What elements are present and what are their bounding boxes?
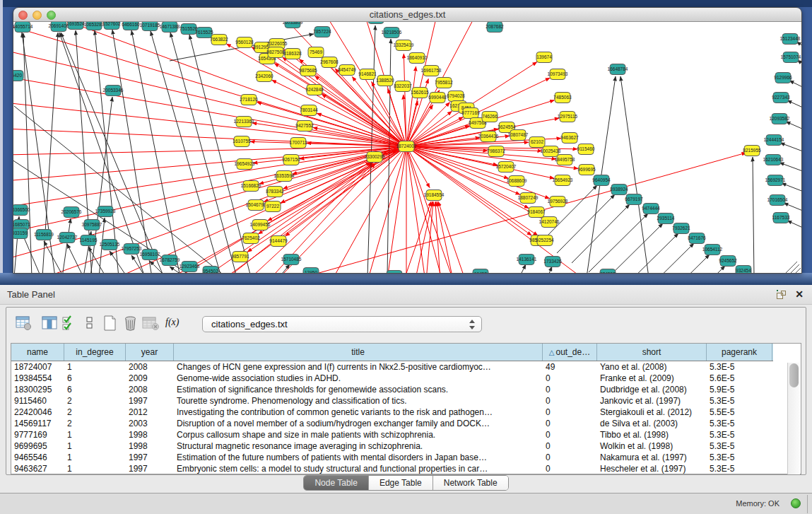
graph-node[interactable]: 7932621 xyxy=(672,223,690,234)
table-row[interactable]: 911546021997Tourette syndrome. Phenomeno… xyxy=(11,395,773,407)
graph-node[interactable]: 932454 xyxy=(736,266,751,274)
graph-node[interactable]: 6794028 xyxy=(447,91,465,102)
graph-node[interactable]: 18724007 xyxy=(396,141,417,152)
new-document-icon[interactable] xyxy=(102,315,118,331)
graph-node[interactable]: 15046798 xyxy=(246,200,266,211)
graph-node[interactable]: 14055714 xyxy=(13,22,33,33)
graph-node[interactable]: 19184554 xyxy=(424,190,445,201)
graph-node[interactable]: 17957253 xyxy=(122,244,142,255)
graph-node[interactable]: 2935114 xyxy=(657,214,675,224)
graph-node[interactable]: 15720407 xyxy=(496,162,517,173)
table-selector-dropdown[interactable]: citations_edges.txt xyxy=(202,316,482,332)
graph-node[interactable]: 16210643 xyxy=(763,155,784,165)
graph-node[interactable]: 7625402 xyxy=(242,233,260,244)
float-panel-icon[interactable] xyxy=(777,290,787,299)
close-traffic-light[interactable] xyxy=(18,11,28,20)
graph-node[interactable]: 25366500 xyxy=(13,205,30,216)
graph-node[interactable]: 1562615 xyxy=(411,88,429,98)
graph-node[interactable]: 9252254 xyxy=(536,235,554,246)
graph-node[interactable]: 16452 xyxy=(473,269,488,274)
graph-node[interactable]: 9242848 xyxy=(305,85,324,95)
graph-node[interactable]: 9827508 xyxy=(266,47,285,58)
graph-node[interactable]: 12923468 xyxy=(180,262,200,272)
graph-node[interactable]: 8783342 xyxy=(266,187,284,197)
graph-node[interactable]: 2087682 xyxy=(486,22,504,33)
table-row[interactable]: 1938455462009Genome-wide association stu… xyxy=(11,373,773,384)
graph-node[interactable]: 8938924 xyxy=(610,185,628,195)
graph-node[interactable]: 62102 xyxy=(529,137,545,148)
graph-node[interactable]: 15710485 xyxy=(281,255,302,265)
graph-node[interactable]: 12213363 xyxy=(234,117,254,127)
graph-node[interactable]: 9227343 xyxy=(772,93,790,103)
graph-node[interactable]: 15123448 xyxy=(780,34,801,45)
graph-node[interactable]: 10688609 xyxy=(507,176,527,187)
merge-icon[interactable] xyxy=(85,315,95,331)
graph-node[interactable]: 7615525 xyxy=(195,28,213,38)
graph-node[interactable]: 16420 xyxy=(13,71,23,81)
graph-node[interactable]: 7663822 xyxy=(210,35,228,45)
table-row[interactable]: 977716911998Corpus callosum shape and si… xyxy=(11,429,773,440)
graph-node[interactable]: 9545 xyxy=(387,271,402,274)
graph-node[interactable]: 7857224 xyxy=(313,27,331,37)
graph-node[interactable]: 14099456 xyxy=(250,220,271,230)
zoom-traffic-light[interactable] xyxy=(47,11,56,20)
graph-node[interactable]: 10973493 xyxy=(548,69,568,80)
graph-node[interactable]: 20364436 xyxy=(478,132,499,142)
graph-node[interactable]: 9640954 xyxy=(592,175,611,186)
table-row[interactable]: 969969511998Structural magnetic resonanc… xyxy=(11,440,773,452)
graph-node[interactable]: 16648784 xyxy=(608,64,628,75)
select-rows-icon[interactable] xyxy=(62,315,78,331)
graph-node[interactable]: 8813054 xyxy=(367,22,385,24)
graph-node[interactable]: 2342060 xyxy=(255,71,273,82)
graph-node[interactable]: 7986372 xyxy=(487,146,505,157)
graph-node[interactable]: 16782759 xyxy=(160,255,180,266)
graph-node[interactable]: 9245652 xyxy=(719,256,737,267)
trash-icon[interactable] xyxy=(123,315,139,331)
table-row[interactable]: 1830029562008Estimation of significance … xyxy=(11,384,773,395)
column-header-name[interactable]: name xyxy=(11,344,64,361)
graph-node[interactable]: 8471676 xyxy=(688,233,706,244)
graph-node[interactable]: 9427552 xyxy=(295,121,314,132)
graph-node[interactable]: 12444154 xyxy=(764,135,784,146)
graph-node[interactable]: 9267150 xyxy=(282,155,300,165)
graph-node[interactable]: 18640910 xyxy=(407,53,428,64)
graph-node[interactable]: 19756928 xyxy=(548,197,568,207)
graph-node[interactable]: 1388520 xyxy=(376,76,394,86)
close-panel-icon[interactable]: ✕ xyxy=(795,288,804,300)
graph-node[interactable]: 15654923 xyxy=(553,175,573,186)
network-canvas[interactable]: 1405571420691406169352410653287152760264… xyxy=(13,22,801,273)
graph-node[interactable]: 6679197 xyxy=(625,194,643,205)
graph-node[interactable]: 17359928 xyxy=(95,206,116,217)
graph-node[interactable]: 8186328 xyxy=(283,49,302,59)
graph-node[interactable]: 2718120 xyxy=(240,95,258,105)
graph-node[interactable]: 9184067 xyxy=(527,207,546,218)
graph-node[interactable]: 9463627 xyxy=(560,133,579,144)
table-row[interactable]: 2242004622012Investigating the contribut… xyxy=(11,407,773,418)
graph-node[interactable]: 9699695 xyxy=(577,165,596,175)
table-row[interactable]: 1456911722003Disruption of a novel membe… xyxy=(11,418,773,429)
column-header-pagerank[interactable]: pagerank xyxy=(707,344,772,361)
graph-node[interactable]: 1167533 xyxy=(772,213,790,223)
graph-node[interactable]: 16958107 xyxy=(140,250,160,260)
column-header-out_de[interactable]: △out_de… xyxy=(543,344,597,361)
graph-node[interactable]: 1700711 xyxy=(290,138,307,148)
graph-node[interactable]: 8322037 xyxy=(394,81,412,92)
graph-node[interactable]: 16961758 xyxy=(421,66,442,76)
graph-node[interactable]: 18807249 xyxy=(518,193,539,204)
tab-edge-table[interactable]: Edge Table xyxy=(369,476,433,490)
graph-node[interactable]: 933159 xyxy=(13,228,28,239)
graph-node[interactable]: 924502 xyxy=(600,269,616,274)
graph-node[interactable]: 12042737 xyxy=(57,233,78,243)
graph-node[interactable]: 14120746 xyxy=(539,217,560,228)
column-header-short[interactable]: short xyxy=(597,344,707,361)
graph-node[interactable]: 2967608 xyxy=(320,57,339,68)
table-scrollbar-thumb[interactable] xyxy=(789,363,799,387)
graph-node[interactable]: 12950 xyxy=(303,268,319,274)
graph-node[interactable]: 20206576 xyxy=(61,207,82,218)
graph-node[interactable]: 12505135 xyxy=(100,240,120,250)
graph-node[interactable]: 23300295 xyxy=(365,152,385,163)
graph-node[interactable]: 7485063 xyxy=(553,93,572,103)
graph-node[interactable]: 11156819 xyxy=(34,230,54,240)
graph-node[interactable]: 9115460 xyxy=(577,144,595,155)
show-columns-icon[interactable] xyxy=(42,315,58,331)
